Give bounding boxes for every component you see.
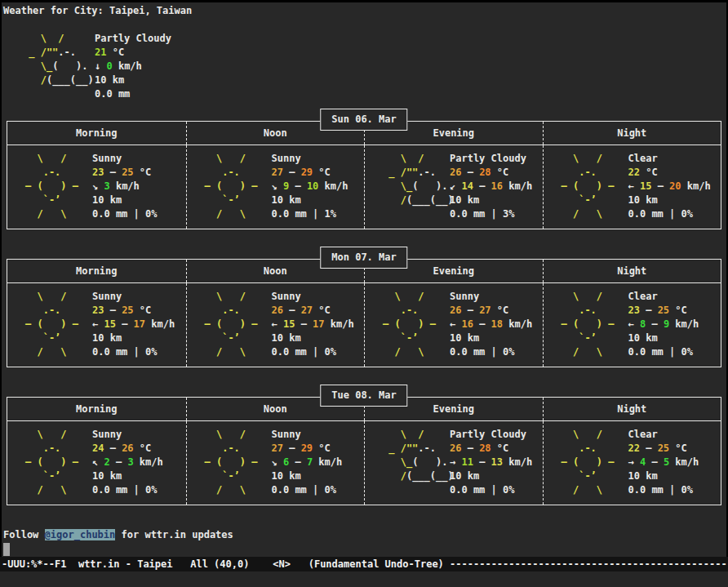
footer-prefix: Follow bbox=[3, 529, 45, 540]
weather-text: Sunny23 – 25 °C← 15 – 17 km/h10 km0.0 mm… bbox=[92, 290, 175, 367]
weather-text-line: Sunny bbox=[272, 152, 348, 166]
ascii-art-line: \ / bbox=[205, 290, 265, 304]
weather-text-line: Clear bbox=[628, 152, 711, 166]
weather-text-line: 10 km bbox=[272, 193, 348, 207]
weather-text-line: Sunny bbox=[450, 290, 532, 304]
weather-text-line: 26 – 27 °C bbox=[272, 304, 354, 318]
weather-text-line: ← 15 – 20 km/h bbox=[628, 180, 711, 193]
ascii-art-line: – ( ) – bbox=[205, 456, 265, 469]
weather-text-line: 0.0 mm | 0% bbox=[450, 345, 532, 359]
weather-text-line: 10 km bbox=[450, 469, 532, 483]
weather-text: Sunny27 – 29 °C↘ 9 – 10 km/h10 km0.0 mm … bbox=[272, 152, 348, 229]
weather-text-line: 10 km bbox=[628, 469, 699, 483]
weather-text-line: 26 – 28 °C bbox=[450, 166, 532, 180]
date-label: Mon 07. Mar bbox=[320, 247, 407, 269]
weather-text-line: Clear bbox=[628, 428, 699, 442]
weather-text-line: Partly Cloudy bbox=[95, 32, 171, 46]
weather-text-line: 0.0 mm | 0% bbox=[92, 483, 163, 497]
ascii-art-line: .-. bbox=[25, 166, 86, 180]
ascii-art-line: \ / bbox=[25, 428, 86, 442]
ascii-art-line: / \ bbox=[25, 345, 86, 359]
date-label: Sun 06. Mar bbox=[320, 109, 407, 131]
weather-text-line: 0.0 mm | 0% bbox=[628, 483, 699, 497]
weather-text-line: 24 – 26 °C bbox=[92, 442, 163, 456]
ascii-art-line: / \ bbox=[205, 345, 265, 359]
weather-text-line: 10 km bbox=[92, 469, 163, 483]
ascii-art-line: \ / bbox=[562, 290, 622, 304]
forecast-cell-evening: \ / .-. – ( ) – `-’ / \ Sunny26 – 27 °C←… bbox=[364, 283, 543, 367]
ascii-art-line: .-. bbox=[205, 442, 265, 456]
weather-text-line: → 11 – 13 km/h bbox=[450, 456, 532, 469]
ascii-art-line: / \ bbox=[383, 345, 443, 359]
weather-art: \ / .-. – ( ) – `-’ / \ bbox=[544, 290, 622, 367]
weather-text-line: ↖ 2 – 3 km/h bbox=[92, 456, 163, 469]
ascii-art-line: \ / bbox=[23, 32, 87, 46]
forecast-cell-evening: \ / _ /"".-. \_( ). /(___(__)Partly Clou… bbox=[364, 421, 543, 505]
current-weather-art: \ / _ /"".-. \_( ). /(___(__) bbox=[2, 32, 87, 101]
day-forecast-block: Tue 08. Mar MorningNoonEveningNight \ / … bbox=[7, 397, 721, 505]
forecast-cell-morning: \ / .-. – ( ) – `-’ / \ Sunny23 – 25 °C←… bbox=[7, 283, 186, 367]
weather-text-line: 0.0 mm | 1% bbox=[272, 207, 348, 221]
ascii-art-line: /(___(__) bbox=[383, 193, 443, 207]
ascii-art-line: – ( ) – bbox=[383, 318, 443, 331]
weather-text-line: 22 °C bbox=[628, 166, 711, 180]
weather-text-line: 10 km bbox=[272, 331, 354, 345]
period-header-night: Night bbox=[543, 260, 721, 282]
twitter-handle-link[interactable]: @igor_chubin bbox=[45, 529, 116, 540]
ascii-art-line: \ / bbox=[205, 428, 265, 442]
weather-text-line: Sunny bbox=[92, 152, 157, 166]
ascii-art-line: \ / bbox=[562, 428, 622, 442]
day-forecast-block: Sun 06. Mar MorningNoonEveningNight \ / … bbox=[7, 121, 721, 229]
forecast-body-row: \ / .-. – ( ) – `-’ / \ Sunny23 – 25 °C↘… bbox=[7, 145, 721, 229]
forecast-cell-morning: \ / .-. – ( ) – `-’ / \ Sunny24 – 26 °C↖… bbox=[7, 421, 186, 505]
weather-text-line: 27 – 29 °C bbox=[272, 166, 348, 180]
ascii-art-line: – ( ) – bbox=[25, 318, 86, 331]
weather-text-line: ↙ 14 – 16 km/h bbox=[450, 180, 532, 193]
emacs-modeline: -UUU:%*--F1 wttr.in - Taipei All (40,0) … bbox=[0, 557, 728, 571]
forecast-days: Sun 06. Mar MorningNoonEveningNight \ / … bbox=[2, 121, 726, 505]
terminal-buffer: Weather for City: Taipei, Taiwan \ / _ /… bbox=[2, 2, 726, 558]
ascii-art-line: \ / bbox=[383, 428, 443, 442]
weather-text-line: 23 – 25 °C bbox=[628, 304, 699, 318]
ascii-art-line: \ / bbox=[25, 290, 86, 304]
ascii-art-line: `-’ bbox=[205, 193, 265, 207]
ascii-art-line: – ( ) – bbox=[205, 318, 265, 331]
weather-text: Sunny24 – 26 °C↖ 2 – 3 km/h10 km0.0 mm |… bbox=[92, 428, 163, 505]
ascii-art-line: \_( ). bbox=[383, 180, 443, 193]
weather-text-line: 10 km bbox=[92, 193, 157, 207]
forecast-cell-night: \ / .-. – ( ) – `-’ / \ Clear23 – 25 °C←… bbox=[543, 283, 721, 367]
ascii-art-line: / \ bbox=[562, 207, 622, 221]
weather-art: \ / .-. – ( ) – `-’ / \ bbox=[187, 152, 265, 229]
forecast-cell-night: \ / .-. – ( ) – `-’ / \ Clear22 °C← 15 –… bbox=[543, 145, 721, 229]
weather-text: Clear22 °C← 15 – 20 km/h10 km0.0 mm | 0% bbox=[628, 152, 711, 229]
weather-text-line: ← 15 – 17 km/h bbox=[92, 318, 175, 331]
weather-text-line: 0.0 mm | 0% bbox=[628, 345, 699, 359]
weather-text-line: 0.0 mm bbox=[95, 87, 171, 101]
ascii-art-line: / \ bbox=[205, 483, 265, 497]
weather-text: Sunny26 – 27 °C← 15 – 17 km/h10 km0.0 mm… bbox=[272, 290, 354, 367]
ascii-art-line: \ / bbox=[383, 152, 443, 166]
forecast-body-row: \ / .-. – ( ) – `-’ / \ Sunny23 – 25 °C←… bbox=[7, 283, 721, 367]
weather-art: \ / .-. – ( ) – `-’ / \ bbox=[544, 428, 622, 505]
ascii-art-line: `-’ bbox=[562, 193, 622, 207]
echo-area bbox=[0, 571, 728, 587]
ascii-art-line: .-. bbox=[205, 304, 265, 318]
current-weather-text: Partly Cloudy21 °C↓ 0 km/h10 km0.0 mm bbox=[95, 32, 171, 101]
weather-text-line: 0.0 mm | 0% bbox=[92, 207, 157, 221]
weather-art: \ / .-. – ( ) – `-’ / \ bbox=[544, 152, 622, 229]
weather-text-line: 10 km bbox=[628, 193, 711, 207]
forecast-table: MorningNoonEveningNight \ / .-. – ( ) – … bbox=[7, 259, 721, 367]
weather-text-line: → 4 – 5 km/h bbox=[628, 456, 699, 469]
weather-text-line: Sunny bbox=[272, 428, 343, 442]
ascii-art-line: .-. bbox=[25, 304, 86, 318]
weather-text-line: 21 °C bbox=[95, 46, 171, 60]
ascii-art-line: – ( ) – bbox=[562, 318, 622, 331]
weather-text-line: 10 km bbox=[450, 193, 532, 207]
ascii-art-line: .-. bbox=[562, 304, 622, 318]
forecast-cell-noon: \ / .-. – ( ) – `-’ / \ Sunny26 – 27 °C←… bbox=[186, 283, 365, 367]
footer-suffix: for wttr.in updates bbox=[115, 529, 233, 540]
ascii-art-line: `-’ bbox=[562, 469, 622, 483]
weather-text-line: Partly Cloudy bbox=[450, 152, 532, 166]
weather-text-line: 10 km bbox=[450, 331, 532, 345]
weather-text-line: ↘ 9 – 10 km/h bbox=[272, 180, 348, 193]
